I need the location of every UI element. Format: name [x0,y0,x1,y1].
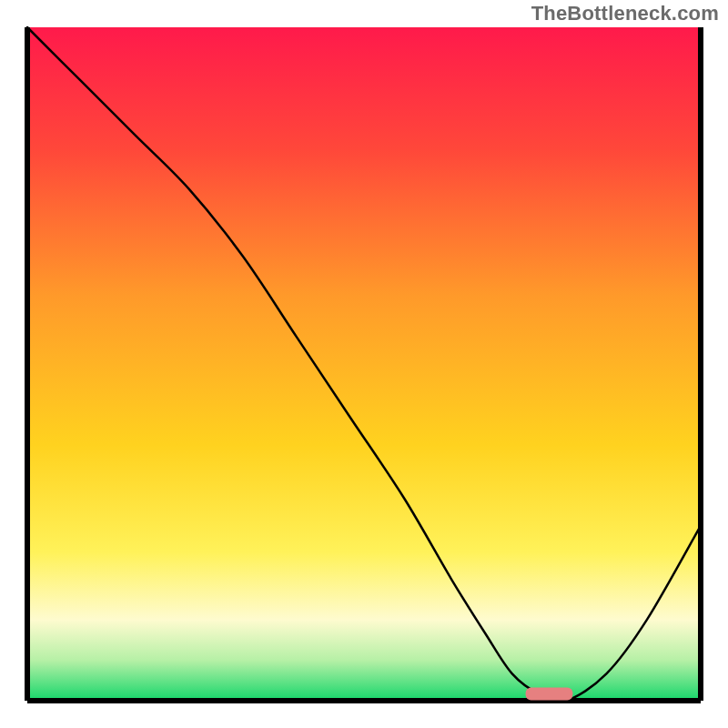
watermark-text: TheBottleneck.com [531,2,719,25]
chart-container: TheBottleneck.com [0,0,728,728]
optimal-range-marker [526,688,573,701]
bottleneck-chart [0,0,728,728]
